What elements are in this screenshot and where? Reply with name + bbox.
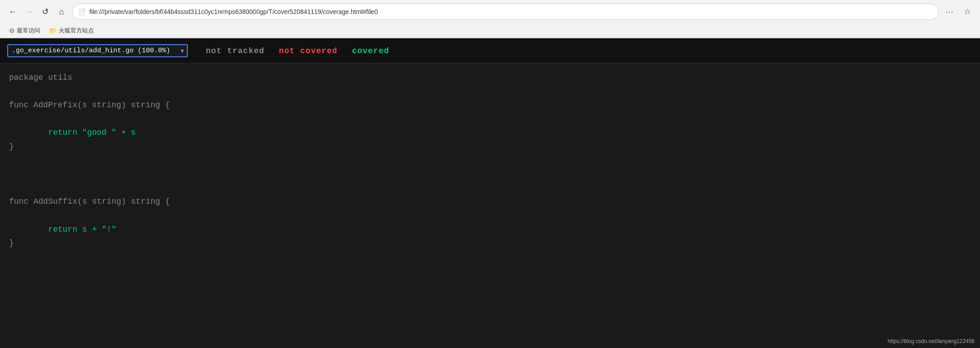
browser-toolbar: ← → ↺ ⌂ 📄 ⋯ ☆ <box>0 0 980 23</box>
code-line-covered: return "good " + s <box>9 126 971 140</box>
file-selector-container: .go_exercise/utils/add_hint.go (100.0%) … <box>7 44 188 57</box>
code-line: package utils <box>9 71 971 85</box>
address-bar[interactable] <box>89 8 933 15</box>
reload-button[interactable]: ↺ <box>38 5 52 19</box>
code-line <box>9 181 971 195</box>
code-line: } <box>9 140 971 154</box>
code-line <box>9 85 971 99</box>
code-content: package utils func AddPrefix(s string) s… <box>0 64 980 348</box>
bookmark-firefox-official-label: 火狐官方站点 <box>59 27 94 35</box>
legend-covered: covered <box>352 46 390 55</box>
code-line <box>9 154 971 168</box>
code-line-covered: return s + "!" <box>9 223 971 237</box>
legend-not-tracked: not tracked <box>206 46 265 55</box>
coverage-legend: not tracked not covered covered <box>206 46 389 55</box>
toolbar-actions: ⋯ ☆ <box>942 5 975 19</box>
code-line: func AddPrefix(s string) string { <box>9 98 971 112</box>
forward-button[interactable]: → <box>22 5 36 19</box>
bookmark-firefox-official[interactable]: 📁 火狐官方站点 <box>46 26 98 36</box>
code-line <box>9 167 971 181</box>
back-button[interactable]: ← <box>5 5 20 19</box>
bookmark-most-visited[interactable]: ⚙ 最常访问 <box>5 26 44 36</box>
csdn-link[interactable]: https://blog.csdn.net/lanyang123456 <box>887 338 975 344</box>
bookmark-most-visited-label: 最常访问 <box>17 27 40 35</box>
home-button[interactable]: ⌂ <box>54 5 69 19</box>
coverage-toolbar: .go_exercise/utils/add_hint.go (100.0%) … <box>0 38 980 64</box>
code-line: func AddSuffix(s string) string { <box>9 195 971 209</box>
star-button[interactable]: ☆ <box>960 5 975 19</box>
legend-not-covered: not covered <box>279 46 338 55</box>
coverage-page: .go_exercise/utils/add_hint.go (100.0%) … <box>0 38 980 348</box>
more-button[interactable]: ⋯ <box>942 5 957 19</box>
code-line <box>9 112 971 126</box>
bookmarks-bar: ⚙ 最常访问 📁 火狐官方站点 <box>0 23 980 38</box>
file-selector[interactable]: .go_exercise/utils/add_hint.go (100.0%) <box>7 44 188 57</box>
browser-chrome: ← → ↺ ⌂ 📄 ⋯ ☆ ⚙ 最常访问 📁 火狐官方站点 <box>0 0 980 38</box>
nav-buttons: ← → ↺ ⌂ <box>5 5 69 19</box>
page-icon: 📄 <box>78 8 86 15</box>
code-line: } <box>9 236 971 250</box>
folder-icon: 📁 <box>49 27 57 34</box>
gear-icon: ⚙ <box>9 27 15 34</box>
code-line <box>9 209 971 223</box>
address-bar-container: 📄 <box>72 4 938 20</box>
